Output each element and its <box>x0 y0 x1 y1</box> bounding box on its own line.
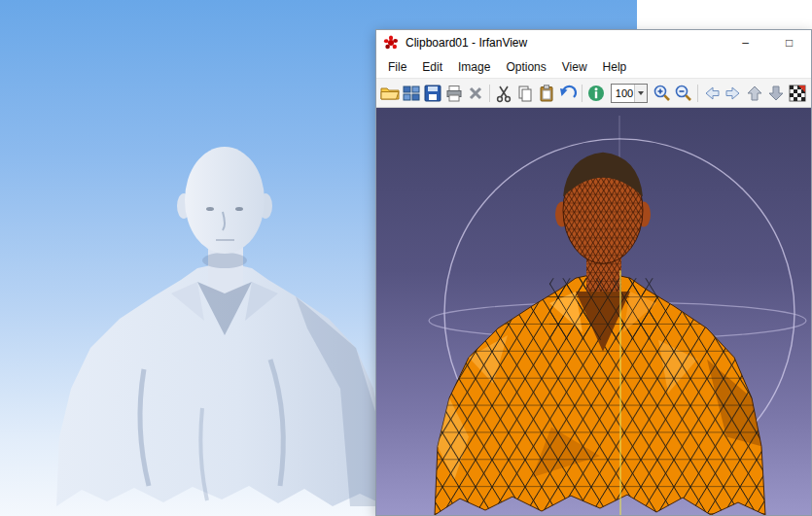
first-image-button[interactable] <box>745 81 765 105</box>
toolbar-separator <box>582 85 583 102</box>
chevron-down-icon[interactable] <box>634 85 647 102</box>
copy-button[interactable] <box>515 81 536 105</box>
delete-x-icon <box>466 84 485 103</box>
arrow-right-icon <box>724 84 743 103</box>
menu-image[interactable]: Image <box>450 57 498 77</box>
checkered-flag-icon <box>788 84 807 103</box>
window-controls: – □ <box>724 30 811 55</box>
copy-icon <box>515 84 535 103</box>
smooth-head <box>185 147 265 254</box>
toolbar-separator <box>697 85 698 102</box>
title-bar[interactable]: Clipboard01 - IrfanView – □ <box>376 30 811 55</box>
last-image-button[interactable] <box>765 81 786 105</box>
background-window-fragment <box>637 0 812 29</box>
open-folder-icon <box>380 84 400 103</box>
toolbar: 100 <box>376 78 811 108</box>
properties-flag-button[interactable] <box>787 81 807 105</box>
save-button[interactable] <box>423 81 443 105</box>
open-button[interactable] <box>380 81 401 105</box>
arrow-left-icon <box>702 84 722 103</box>
undo-button[interactable] <box>557 81 578 105</box>
next-image-button[interactable] <box>724 81 744 105</box>
desktop: Clipboard01 - IrfanView – □ File Edit Im… <box>0 0 812 516</box>
zoom-out-icon <box>674 84 693 103</box>
info-icon <box>586 84 606 103</box>
thumbnails-icon <box>402 84 421 103</box>
zoom-in-icon <box>653 84 672 103</box>
arrow-up-3d-icon <box>745 84 764 103</box>
zoom-value: 100 <box>612 87 635 99</box>
thumbnails-button[interactable] <box>402 81 422 105</box>
eye <box>206 207 214 211</box>
collar-wire <box>549 278 656 340</box>
previous-image-button[interactable] <box>702 81 723 105</box>
arrow-down-3d-icon <box>766 84 786 103</box>
info-button[interactable] <box>586 81 607 105</box>
menu-file[interactable]: File <box>380 57 414 77</box>
zoom-in-button[interactable] <box>652 81 672 105</box>
mesh-capture <box>376 108 811 515</box>
paste-button[interactable] <box>537 81 557 105</box>
zoom-select[interactable]: 100 <box>611 84 649 103</box>
save-icon <box>423 84 442 103</box>
menu-view[interactable]: View <box>554 57 595 77</box>
cut-scissors-icon <box>494 84 513 103</box>
zoom-out-button[interactable] <box>673 81 693 105</box>
menu-options[interactable]: Options <box>498 57 553 77</box>
irfanview-app-icon <box>383 35 399 51</box>
maximize-button[interactable]: □ <box>767 30 811 55</box>
smooth-bust <box>56 147 387 506</box>
minimize-button[interactable]: – <box>724 30 767 55</box>
image-viewport[interactable] <box>376 108 811 515</box>
menu-bar: File Edit Image Options View Help <box>376 55 811 78</box>
undo-arrow-icon <box>558 84 578 103</box>
irfanview-window: Clipboard01 - IrfanView – □ File Edit Im… <box>375 29 812 516</box>
paste-clipboard-icon <box>537 84 556 103</box>
menu-edit[interactable]: Edit <box>414 57 450 77</box>
cut-button[interactable] <box>494 81 514 105</box>
menu-help[interactable]: Help <box>595 57 635 77</box>
chin-shadow <box>202 253 247 268</box>
toolbar-separator <box>489 85 490 102</box>
print-button[interactable] <box>443 81 464 105</box>
print-icon <box>444 84 464 103</box>
eye <box>235 207 243 211</box>
window-title: Clipboard01 - IrfanView <box>406 36 527 50</box>
delete-button[interactable] <box>465 81 485 105</box>
